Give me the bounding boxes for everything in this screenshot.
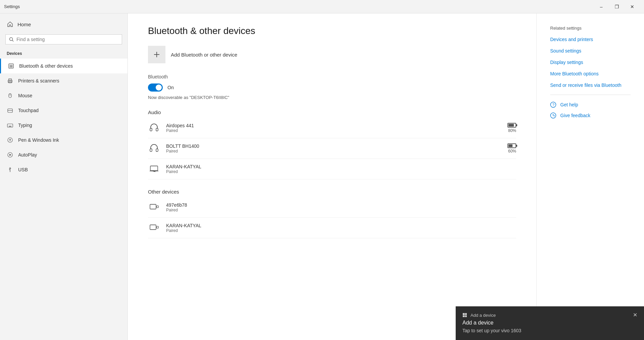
sidebar-item-printers[interactable]: Printers & scanners bbox=[0, 73, 127, 88]
device-battery: 80% bbox=[507, 123, 516, 133]
svg-rect-44 bbox=[463, 315, 465, 317]
app-body: Home Devices ⊞ bbox=[0, 13, 644, 340]
sidebar-item-pen[interactable]: Pen & Windows Ink bbox=[0, 133, 127, 147]
sidebar-typing-label: Typing bbox=[18, 123, 32, 128]
list-item[interactable]: BOLTT BH1400 Paired 60% bbox=[148, 138, 516, 159]
device-info: KARAN-KATYAL Paired bbox=[166, 164, 510, 174]
device-status: Paired bbox=[166, 169, 510, 174]
toast-header-label: Add a device bbox=[470, 313, 496, 318]
device-status: Paired bbox=[166, 228, 516, 233]
related-link-more-bt[interactable]: More Bluetooth options bbox=[550, 71, 631, 76]
sidebar-mouse-label: Mouse bbox=[18, 93, 32, 98]
battery-percentage: 80% bbox=[508, 128, 516, 133]
battery-icon bbox=[507, 143, 516, 148]
svg-rect-30 bbox=[156, 149, 158, 151]
maximize-button[interactable]: ❐ bbox=[609, 0, 624, 13]
related-divider bbox=[550, 95, 631, 95]
svg-rect-42 bbox=[463, 313, 465, 315]
toggle-knob bbox=[156, 84, 162, 91]
related-link-display[interactable]: Display settings bbox=[550, 60, 631, 65]
keyboard-icon bbox=[7, 122, 13, 129]
svg-rect-36 bbox=[150, 225, 156, 230]
title-bar-left: Settings bbox=[4, 4, 20, 9]
battery-bar bbox=[507, 143, 516, 148]
svg-rect-34 bbox=[150, 204, 156, 209]
sidebar: Home Devices ⊞ bbox=[0, 13, 128, 340]
feedback-icon: ✎ bbox=[550, 112, 556, 118]
give-feedback-label: Give feedback bbox=[560, 113, 591, 118]
toast-header-left: Add a device bbox=[462, 313, 496, 318]
other-section-header: Other devices bbox=[148, 189, 516, 195]
svg-rect-31 bbox=[150, 166, 158, 171]
device-other-icon bbox=[148, 201, 160, 213]
battery-icon bbox=[507, 123, 516, 128]
battery-bar bbox=[507, 123, 516, 128]
related-link-send-receive[interactable]: Send or receive files via Bluetooth bbox=[550, 82, 631, 88]
minimize-button[interactable]: – bbox=[594, 0, 609, 13]
device-status: Paired bbox=[166, 149, 501, 154]
title-bar-controls: – ❐ ✕ bbox=[594, 0, 640, 13]
get-help-item[interactable]: ? Get help bbox=[550, 102, 631, 108]
device-info: 497e6b78 Paired bbox=[166, 202, 516, 212]
sidebar-item-typing[interactable]: Typing bbox=[0, 118, 127, 133]
battery-percentage: 60% bbox=[508, 149, 516, 154]
touchpad-icon bbox=[7, 107, 13, 114]
device-name: KARAN-KATYAL bbox=[166, 223, 516, 228]
give-feedback-item[interactable]: ✎ Give feedback bbox=[550, 112, 631, 118]
page-title: Bluetooth & other devices bbox=[148, 26, 516, 36]
headphones-icon bbox=[148, 142, 160, 155]
svg-marker-21 bbox=[9, 154, 11, 156]
bluetooth-section-title: Bluetooth bbox=[148, 74, 516, 79]
sidebar-item-mouse[interactable]: Mouse bbox=[0, 88, 127, 103]
sidebar-item-bluetooth[interactable]: ⊞ Bluetooth & other devices bbox=[0, 59, 127, 73]
device-name: BOLTT BH1400 bbox=[166, 143, 501, 149]
close-button[interactable]: ✕ bbox=[624, 0, 640, 13]
list-item[interactable]: KARAN-KATYAL Paired bbox=[148, 159, 516, 179]
toast-close-button[interactable]: ✕ bbox=[633, 312, 637, 318]
sidebar-touchpad-label: Touchpad bbox=[18, 108, 39, 113]
sidebar-item-touchpad[interactable]: Touchpad bbox=[0, 103, 127, 118]
help-circle-icon: ? bbox=[550, 102, 556, 108]
search-input[interactable] bbox=[16, 37, 118, 42]
toggle-label: On bbox=[167, 85, 174, 90]
add-device-button[interactable]: Add Bluetooth or other device bbox=[148, 46, 516, 63]
sidebar-item-usb[interactable]: USB bbox=[0, 162, 127, 177]
laptop-icon bbox=[148, 163, 160, 175]
list-item[interactable]: Airdopes 441 Paired 80% bbox=[148, 118, 516, 138]
related-settings-panel: Related settings Devices and printers So… bbox=[536, 13, 644, 340]
audio-section-header: Audio bbox=[148, 109, 516, 115]
device-info: KARAN-KATYAL Paired bbox=[166, 223, 516, 233]
bluetooth-toggle[interactable] bbox=[148, 83, 163, 92]
svg-rect-28 bbox=[156, 128, 158, 131]
toast-body: Tap to set up your vivo 1603 bbox=[462, 328, 637, 333]
sidebar-item-autoplay[interactable]: AutoPlay bbox=[0, 147, 127, 162]
toast-notification: Add a device ✕ Add a device Tap to set u… bbox=[456, 306, 644, 340]
bluetooth-icon: ⊞ bbox=[8, 63, 14, 69]
related-link-devices-printers[interactable]: Devices and printers bbox=[550, 37, 631, 42]
sidebar-printers-label: Printers & scanners bbox=[18, 78, 59, 83]
svg-text:?: ? bbox=[553, 103, 555, 107]
home-icon bbox=[7, 21, 13, 28]
list-item[interactable]: KARAN-KATYAL Paired bbox=[148, 218, 516, 238]
toast-window-icon bbox=[462, 313, 467, 317]
sidebar-item-home[interactable]: Home bbox=[0, 17, 127, 32]
related-settings-title: Related settings bbox=[550, 26, 631, 31]
svg-rect-11 bbox=[7, 124, 13, 127]
search-box[interactable] bbox=[5, 34, 122, 44]
svg-rect-45 bbox=[465, 315, 467, 317]
related-link-sound[interactable]: Sound settings bbox=[550, 48, 631, 54]
svg-line-1 bbox=[12, 40, 14, 42]
device-status: Paired bbox=[166, 128, 501, 133]
title-bar: Settings – ❐ ✕ bbox=[0, 0, 644, 13]
add-device-label: Add Bluetooth or other device bbox=[171, 52, 237, 58]
toast-title: Add a device bbox=[462, 320, 637, 326]
search-icon bbox=[9, 37, 14, 42]
sidebar-section-label: Devices bbox=[0, 50, 127, 59]
mouse-icon bbox=[7, 92, 13, 99]
device-name: Airdopes 441 bbox=[166, 123, 501, 128]
main-content: Bluetooth & other devices Add Bluetooth … bbox=[128, 13, 536, 340]
svg-rect-43 bbox=[465, 313, 467, 315]
list-item[interactable]: 497e6b78 Paired bbox=[148, 197, 516, 218]
sidebar-bluetooth-label: Bluetooth & other devices bbox=[19, 63, 73, 69]
svg-rect-37 bbox=[157, 226, 158, 228]
